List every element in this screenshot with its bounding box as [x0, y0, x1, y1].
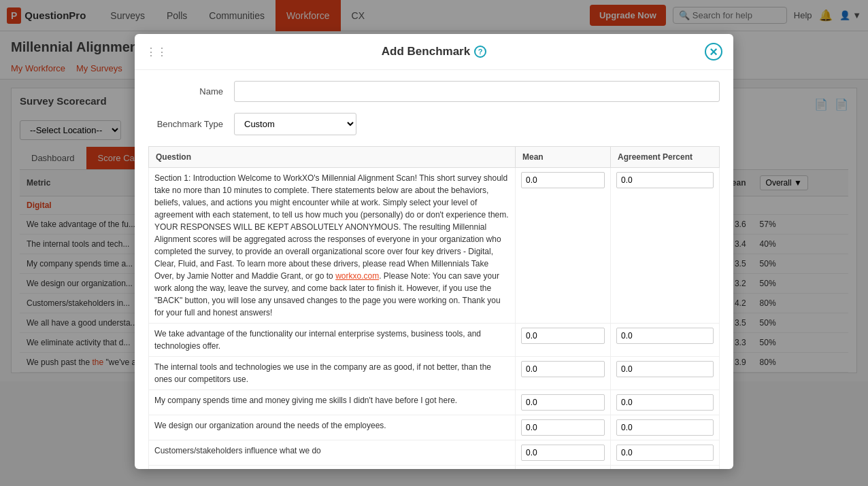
benchmark-type-label: Benchmark Type: [148, 119, 223, 129]
benchmark-type-select[interactable]: Custom Standard: [234, 113, 356, 135]
agree-input-1[interactable]: [616, 328, 714, 344]
modal-header: ⋮⋮ Add Benchmark ? ×: [135, 34, 733, 70]
modal-title: Add Benchmark ?: [382, 45, 486, 58]
mean-input-intro[interactable]: [521, 172, 605, 188]
name-label: Name: [148, 86, 223, 97]
bm-col-mean: Mean: [516, 147, 611, 168]
workxo-link[interactable]: workxo.com: [335, 271, 379, 281]
modal-close-button[interactable]: ×: [705, 43, 722, 60]
bm-mean-intro: [516, 168, 611, 324]
mean-input-1[interactable]: [521, 328, 605, 344]
bm-col-question: Question: [149, 147, 516, 168]
modal-help-icon[interactable]: ?: [474, 46, 486, 58]
bm-question-2: The internal tools and technologies we u…: [149, 357, 516, 382]
bm-col-agree: Agreement Percent: [611, 147, 720, 168]
bm-row-1: We take advantage of the functionality o…: [149, 324, 720, 357]
benchmark-type-form-row: Benchmark Type Custom Standard: [148, 113, 720, 135]
agree-input-intro[interactable]: [616, 172, 714, 188]
agree-input-2[interactable]: [616, 361, 714, 377]
modal-body: Name Benchmark Type Custom Standard Ques…: [135, 70, 733, 381]
add-benchmark-modal: ⋮⋮ Add Benchmark ? × Name Benchmark Type…: [135, 34, 733, 381]
bm-row-2: The internal tools and technologies we u…: [149, 357, 720, 382]
bm-agree-intro: [611, 168, 720, 324]
name-form-row: Name: [148, 81, 720, 102]
modal-drag-icon: ⋮⋮: [146, 46, 167, 58]
modal-overlay: ⋮⋮ Add Benchmark ? × Name Benchmark Type…: [0, 0, 868, 381]
bm-row-intro: Section 1: Introduction Welcome to WorkX…: [149, 168, 720, 324]
bm-question-1: We take advantage of the functionality o…: [149, 324, 516, 357]
benchmark-table: Question Mean Agreement Percent Section …: [148, 146, 720, 381]
name-input[interactable]: [234, 81, 720, 102]
bm-question-intro: Section 1: Introduction Welcome to WorkX…: [149, 168, 516, 324]
mean-input-2[interactable]: [521, 361, 605, 377]
